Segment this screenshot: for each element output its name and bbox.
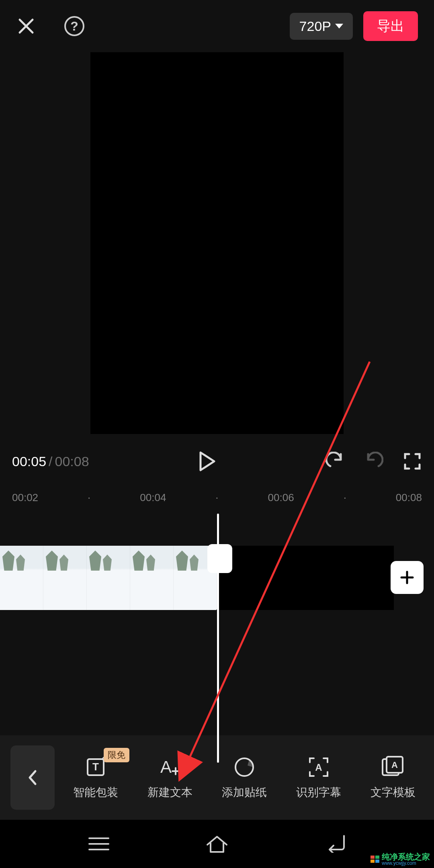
time-separator: / [49,454,52,469]
watermark-text: 纯净系统之家 [382,853,430,861]
fullscreen-button[interactable] [403,452,422,471]
redo-button[interactable] [364,452,383,471]
add-clip-button[interactable] [391,561,424,594]
total-time: 00:08 [55,454,89,469]
svg-text:T: T [92,761,99,773]
menu-icon [88,836,110,852]
resolution-dropdown[interactable]: 720P [290,13,353,40]
close-icon [17,17,35,35]
sticker-icon [233,756,256,778]
tool-label: 智能包装 [73,785,118,800]
current-time: 00:05 [12,454,46,469]
svg-text:A: A [391,760,398,770]
undo-button[interactable] [326,452,345,471]
export-button[interactable]: 导出 [363,11,418,41]
svg-point-4 [235,758,253,776]
clip-thumbnail [43,546,87,610]
svg-text:A: A [315,762,322,773]
tool-label: 识别字幕 [296,785,341,800]
clip-thumbnail [130,546,174,610]
help-button[interactable]: ? [64,16,84,36]
ruler-dot: · [215,491,218,504]
top-bar: ? 720P 导出 [0,0,434,52]
close-button[interactable] [16,16,36,36]
svg-text:A: A [160,757,172,776]
tool-recognize-subtitle[interactable]: A 识别字幕 [296,755,341,800]
play-icon [198,451,217,472]
fullscreen-icon [403,452,421,470]
text-template-icon: A [381,756,405,778]
video-clip[interactable] [0,546,217,610]
redo-icon [364,452,383,471]
nav-back-button[interactable] [324,835,346,853]
question-icon: ? [70,19,78,34]
ruler-tick: 00:04 [140,491,166,504]
new-text-icon: A [158,756,182,778]
ruler-tick: 00:08 [396,491,422,504]
transition-handle[interactable] [207,544,232,573]
tool-text-template[interactable]: A 文字模板 [371,755,416,800]
timeline-ruler[interactable]: 00:02 · 00:04 · 00:06 · 00:08 [0,485,434,510]
watermark-url: www.ycwjjy.com [382,861,430,866]
watermark: 纯净系统之家 www.ycwjjy.com [371,853,430,866]
plus-icon [399,569,415,585]
home-icon [205,834,229,854]
video-preview[interactable] [90,52,344,434]
chevron-left-icon [27,769,39,786]
play-button[interactable] [198,451,217,472]
toolbar-back-button[interactable] [10,745,55,810]
tool-add-sticker[interactable]: 添加贴纸 [222,755,267,800]
playback-controls: 00:05 / 00:08 [0,441,434,481]
ruler-dot: · [88,491,90,504]
ruler-tick: 00:06 [268,491,294,504]
ruler-tick: 00:02 [12,491,38,504]
resolution-label: 720P [299,18,331,34]
tool-new-text[interactable]: A 新建文本 [147,755,192,800]
nav-home-button[interactable] [205,834,229,854]
tool-label: 添加贴纸 [222,785,267,800]
back-icon [324,835,346,853]
tool-label: 文字模板 [371,785,416,800]
nav-menu-button[interactable] [88,836,110,852]
clip-thumbnail [87,546,130,610]
clip-thumbnail [0,546,43,610]
preview-container [0,52,434,434]
system-nav-bar [0,820,434,868]
recognize-subtitle-icon: A [307,756,330,778]
watermark-logo-icon [371,856,379,863]
limited-free-badge: 限免 [104,748,129,762]
tool-smart-package[interactable]: 限免 T 智能包装 [73,755,118,800]
undo-icon [326,452,345,471]
timeline-track[interactable] [0,514,434,763]
ruler-dot: · [344,491,346,504]
tool-label: 新建文本 [147,785,192,800]
chevron-down-icon [335,24,343,29]
